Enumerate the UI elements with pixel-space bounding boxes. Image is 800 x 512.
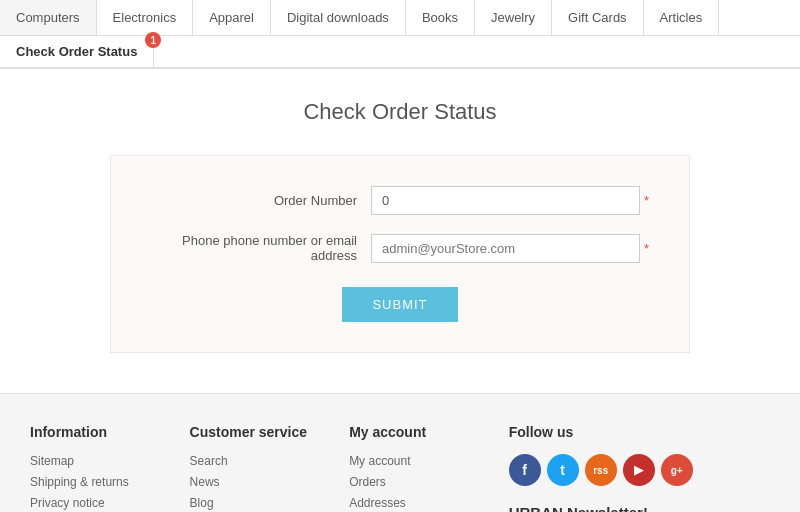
nav-item-electronics[interactable]: Electronics (97, 0, 194, 35)
order-number-required: * (644, 193, 649, 208)
submit-button[interactable]: SUBMIT (342, 287, 457, 322)
order-number-row: Order Number * (151, 186, 649, 215)
footer-follow-heading: Follow us (509, 424, 770, 440)
footer-addresses[interactable]: Addresses (349, 496, 489, 510)
footer-follow-col: Follow us f t rss ▶ g+ URBAN Newsletter!… (509, 424, 770, 512)
nav-bar: Computers Electronics Apparel Digital do… (0, 0, 800, 69)
order-number-input[interactable] (371, 186, 640, 215)
footer-my-account[interactable]: My account (349, 454, 489, 468)
facebook-icon[interactable]: f (509, 454, 541, 486)
nav-item-articles[interactable]: Articles (644, 0, 720, 35)
nav-item-jewelry[interactable]: Jewelry (475, 0, 552, 35)
newsletter-title: URBAN Newsletter! (509, 504, 770, 512)
googleplus-icon[interactable]: g+ (661, 454, 693, 486)
twitter-icon[interactable]: t (547, 454, 579, 486)
footer-my-account-heading: My account (349, 424, 489, 440)
youtube-icon[interactable]: ▶ (623, 454, 655, 486)
nav-sub-check-order-status[interactable]: Check Order Status 1 (0, 36, 154, 67)
footer-grid: Information Sitemap Shipping & returns P… (30, 424, 770, 512)
order-status-form: Order Number * Phone phone number or ema… (110, 155, 690, 353)
phone-required: * (644, 241, 649, 256)
footer-my-account-col: My account My account Orders Addresses S… (349, 424, 489, 512)
nav-item-giftcards[interactable]: Gift Cards (552, 0, 644, 35)
footer-customer-service-col: Customer service Search News Blog Recent… (190, 424, 330, 512)
footer-blog[interactable]: Blog (190, 496, 330, 510)
nav-item-computers[interactable]: Computers (0, 0, 97, 35)
nav-item-digital[interactable]: Digital downloads (271, 0, 406, 35)
footer-search[interactable]: Search (190, 454, 330, 468)
submit-row: SUBMIT (151, 287, 649, 322)
order-number-label: Order Number (151, 193, 371, 208)
page-title: Check Order Status (20, 99, 780, 125)
footer-privacy[interactable]: Privacy notice (30, 496, 170, 510)
footer: Information Sitemap Shipping & returns P… (0, 393, 800, 512)
footer-customer-heading: Customer service (190, 424, 330, 440)
footer-orders[interactable]: Orders (349, 475, 489, 489)
footer-sitemap[interactable]: Sitemap (30, 454, 170, 468)
footer-information-col: Information Sitemap Shipping & returns P… (30, 424, 170, 512)
phone-input[interactable] (371, 234, 640, 263)
nav-items-row: Computers Electronics Apparel Digital do… (0, 0, 800, 36)
main-content: Check Order Status Order Number * Phone … (0, 69, 800, 393)
nav-badge-1: 1 (145, 32, 161, 48)
footer-news[interactable]: News (190, 475, 330, 489)
nav-sub-row: Check Order Status 1 (0, 36, 800, 69)
rss-icon[interactable]: rss (585, 454, 617, 486)
phone-label: Phone phone number or email address (151, 233, 371, 263)
footer-information-heading: Information (30, 424, 170, 440)
footer-shipping[interactable]: Shipping & returns (30, 475, 170, 489)
phone-row: Phone phone number or email address * (151, 233, 649, 263)
social-icons: f t rss ▶ g+ (509, 454, 770, 486)
nav-item-books[interactable]: Books (406, 0, 475, 35)
nav-item-apparel[interactable]: Apparel (193, 0, 271, 35)
